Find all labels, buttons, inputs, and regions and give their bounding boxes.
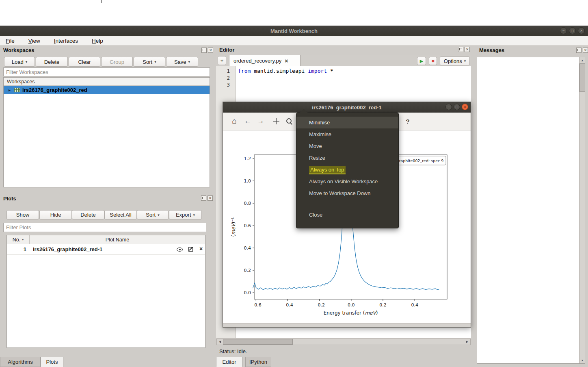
edit-icon[interactable]	[188, 247, 193, 252]
column-no-label: No.	[13, 237, 20, 243]
float-icon[interactable]	[576, 48, 582, 53]
delete-button[interactable]: Delete	[36, 57, 68, 67]
menu-item-move[interactable]: Move	[296, 140, 398, 152]
status-text: Status: Idle.	[219, 348, 247, 354]
menu-interfaces[interactable]: Interfaces	[52, 37, 80, 45]
plot-row[interactable]: 1 irs26176_graphite002_red-1 ×	[7, 244, 205, 255]
eye-icon[interactable]	[177, 248, 183, 252]
expand-icon[interactable]: ▸	[9, 88, 11, 92]
plot-window-controls: − □ ×	[445, 104, 468, 110]
home-icon[interactable]: ⌂	[229, 116, 239, 126]
vscrollbar-thumb[interactable]	[579, 63, 585, 92]
save-label: Save	[174, 59, 186, 65]
menu-item-always-on-visible-workspace[interactable]: Always on Visible Workspace	[296, 176, 398, 187]
scroll-right-icon[interactable]: ▶	[464, 339, 470, 345]
delete-plot-button[interactable]: Delete	[72, 210, 104, 219]
window-titlebar[interactable]: Mantid Workbench − □ ×	[0, 26, 588, 36]
plots-dock-header: Plots ×	[0, 194, 214, 204]
menu-item-resize[interactable]: Resize	[296, 152, 398, 164]
maximize-icon[interactable]: □	[569, 27, 576, 34]
float-glyph	[577, 49, 580, 51]
stop-button[interactable]: ■	[429, 57, 437, 65]
menu-file[interactable]: File	[4, 37, 16, 45]
minimize-icon[interactable]: −	[560, 27, 567, 34]
close-icon[interactable]: ×	[462, 104, 468, 110]
tab-plots[interactable]: Plots	[41, 357, 63, 367]
workspaces-filter-input[interactable]	[3, 67, 210, 76]
menu-item-move-to-workspace-down[interactable]: Move to Workspace Down	[296, 187, 398, 199]
group-button[interactable]: Group	[101, 57, 133, 67]
select-all-label: Select All	[110, 212, 131, 218]
editor-tab[interactable]: ordered_recovery.py ×	[229, 55, 300, 66]
back-icon[interactable]: ←	[243, 116, 253, 126]
new-tab-button[interactable]: +	[218, 56, 226, 65]
run-button[interactable]: ▶	[417, 57, 426, 65]
pan-icon[interactable]	[271, 116, 281, 126]
menu-item-maximise[interactable]: Maximise	[296, 128, 398, 140]
messages-title: Messages	[479, 47, 504, 53]
tab-ipython-label: IPython	[249, 359, 267, 365]
show-button[interactable]: Show	[6, 210, 39, 219]
sort-indicator-icon: ▾	[22, 238, 24, 241]
menu-help[interactable]: Help	[90, 37, 105, 45]
scroll-down-icon[interactable]: ▼	[579, 357, 585, 363]
help-icon[interactable]: ?	[403, 116, 413, 126]
editor-hscrollbar[interactable]: ◀ ▶	[216, 339, 471, 345]
hscrollbar-thumb[interactable]	[223, 339, 293, 345]
maximize-icon[interactable]: □	[454, 104, 460, 110]
editor-dock-header: Editor ×	[216, 46, 471, 55]
hide-button[interactable]: Hide	[39, 210, 72, 219]
forward-icon[interactable]: →	[256, 116, 266, 126]
svg-text:Energy transfer (meV): Energy transfer (meV)	[324, 310, 378, 316]
export-button[interactable]: Export ▾	[169, 210, 202, 219]
tab-editor[interactable]: Editor	[216, 357, 242, 367]
float-icon[interactable]	[201, 195, 206, 201]
sort-plots-button[interactable]: Sort ▾	[137, 210, 169, 219]
tab-close-icon[interactable]: ×	[285, 58, 288, 64]
close-glyph: ×	[580, 28, 583, 34]
maximize-glyph: □	[456, 105, 458, 109]
close-icon[interactable]: ×	[199, 245, 203, 252]
svg-text:0.4: 0.4	[244, 245, 251, 251]
close-icon[interactable]: ×	[208, 195, 213, 201]
sort-button[interactable]: Sort ▾	[134, 57, 165, 67]
svg-text:−0.6: −0.6	[251, 302, 262, 308]
minimize-icon[interactable]: −	[445, 104, 452, 110]
float-icon[interactable]	[458, 47, 463, 52]
tab-algorithms[interactable]: Algorithms	[0, 357, 41, 367]
tab-editor-label: Editor	[223, 359, 236, 365]
group-label: Group	[110, 59, 124, 65]
close-icon[interactable]: ×	[583, 48, 588, 53]
column-plot-name[interactable]: Plot Name	[30, 235, 205, 244]
workspaces-tree[interactable]: Workspaces ▸ irs26176_graphite002_red	[3, 77, 210, 187]
select-all-button[interactable]: Select All	[104, 210, 137, 219]
column-no[interactable]: No. ▾	[7, 235, 30, 244]
plots-table[interactable]: No. ▾ Plot Name 1 irs26176_graphite002_r…	[6, 235, 205, 348]
load-button[interactable]: Load ▾	[4, 57, 35, 67]
menu-item-always-on-top[interactable]: Always on Top	[296, 164, 398, 176]
close-icon[interactable]: ×	[465, 47, 470, 52]
editor-title: Editor	[219, 47, 235, 53]
save-button[interactable]: Save ▾	[166, 57, 198, 67]
close-icon[interactable]: ×	[208, 48, 213, 53]
plot-window-titlebar[interactable]: irs26176_graphite002_red-1 − □ ×	[223, 102, 471, 113]
options-button[interactable]: Options ▾	[440, 56, 470, 65]
menu-item-close[interactable]: Close	[296, 209, 398, 221]
zoom-icon[interactable]	[284, 116, 294, 126]
scroll-up-icon[interactable]: ▲	[579, 57, 585, 63]
caret-down-icon: ▾	[193, 213, 195, 217]
clear-button[interactable]: Clear	[69, 57, 100, 67]
workspace-item-selected[interactable]: ▸ irs26176_graphite002_red	[4, 86, 210, 94]
float-glyph	[202, 197, 205, 199]
menu-separator	[309, 205, 361, 205]
plots-filter-input[interactable]	[3, 223, 206, 232]
menu-view[interactable]: View	[27, 37, 42, 45]
menu-bar: File View Interfaces Help	[0, 36, 588, 46]
tab-ipython[interactable]: IPython	[245, 357, 271, 367]
scroll-left-icon[interactable]: ◀	[217, 339, 223, 345]
float-icon[interactable]	[201, 48, 207, 53]
menu-item-minimise[interactable]: Minimise	[296, 117, 398, 128]
messages-vscrollbar[interactable]: ▲ ▼	[579, 57, 585, 363]
close-icon[interactable]: ×	[578, 27, 585, 34]
keyword-from: from	[238, 68, 251, 74]
